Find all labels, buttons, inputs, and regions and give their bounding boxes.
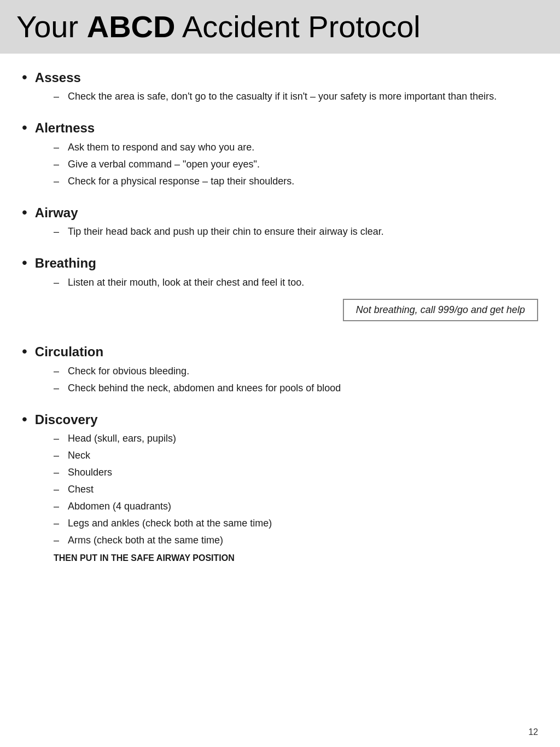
dash-icon: – [54, 533, 62, 548]
list-item: – Ask them to respond and say who you ar… [54, 140, 538, 155]
sub-text: Check behind the neck, abdomen and knees… [68, 381, 341, 396]
sub-text: Neck [68, 448, 90, 463]
section-label-alertness: Alertness [35, 119, 95, 136]
section-label-discovery: Discovery [35, 411, 98, 428]
sub-items-breathing: – Listen at their mouth, look at their c… [54, 275, 538, 290]
sub-text: Listen at their mouth, look at their che… [68, 275, 304, 290]
main-bullet-breathing: • Breathing [22, 254, 538, 272]
list-item: – Neck [54, 448, 538, 463]
bullet-dot: • [22, 253, 27, 272]
section-breathing: • Breathing – Listen at their mouth, loo… [22, 254, 538, 326]
list-item: – Tip their head back and push up their … [54, 224, 538, 239]
dash-icon: – [54, 516, 62, 531]
bullet-dot: • [22, 68, 27, 86]
sub-text: Legs and ankles (check both at the same … [68, 516, 272, 531]
dash-icon: – [54, 224, 62, 239]
main-bullet-circulation: • Circulation [22, 343, 538, 361]
sub-text: Check for a physical response – tap thei… [68, 174, 294, 189]
sub-text: Abdomen (4 quadrants) [68, 499, 171, 514]
bullet-dot: • [22, 410, 27, 428]
list-item: – Chest [54, 482, 538, 497]
list-item: – Check for a physical response – tap th… [54, 174, 538, 189]
section-alertness: • Alertness – Ask them to respond and sa… [22, 119, 538, 189]
sub-text: Chest [68, 482, 94, 497]
callout-box: Not breathing, call 999/go and get help [343, 299, 538, 321]
sub-text: Tip their head back and push up their ch… [68, 224, 384, 239]
section-label-airway: Airway [35, 204, 78, 221]
sub-text: Give a verbal command – "open your eyes"… [68, 157, 260, 172]
dash-icon: – [54, 431, 62, 446]
list-item: – Arms (check both at the same time) [54, 533, 538, 548]
dash-icon: – [54, 465, 62, 480]
footer-note: THEN PUT IN THE SAFE AIRWAY POSITION [54, 553, 538, 563]
callout-text: Not breathing, call 999/go and get help [356, 304, 525, 315]
dash-icon: – [54, 174, 62, 189]
dash-icon: – [54, 157, 62, 172]
list-item: – Shoulders [54, 465, 538, 480]
title-normal: Your [16, 9, 87, 44]
list-item: – Check the area is safe, don't go to th… [54, 89, 538, 104]
sub-items-alertness: – Ask them to respond and say who you ar… [54, 140, 538, 189]
list-item: – Check for obvious bleeding. [54, 364, 538, 379]
section-circulation: • Circulation – Check for obvious bleedi… [22, 343, 538, 396]
sub-items-assess: – Check the area is safe, don't go to th… [54, 89, 538, 104]
sub-text: Arms (check both at the same time) [68, 533, 223, 548]
section-label-assess: Assess [35, 69, 81, 86]
main-bullet-assess: • Assess [22, 69, 538, 86]
sub-text: Shoulders [68, 465, 112, 480]
dash-icon: – [54, 364, 62, 379]
section-label-circulation: Circulation [35, 343, 103, 360]
sub-items-discovery: – Head (skull, ears, pupils) – Neck – Sh… [54, 431, 538, 563]
main-bullet-airway: • Airway [22, 204, 538, 222]
dash-icon: – [54, 499, 62, 514]
title-suffix: Accident Protocol [175, 9, 420, 44]
section-label-breathing: Breathing [35, 254, 96, 271]
page-number: 12 [528, 727, 538, 737]
section-assess: • Assess – Check the area is safe, don't… [22, 69, 538, 105]
page-title: Your ABCD Accident Protocol [16, 10, 544, 44]
dash-icon: – [54, 381, 62, 396]
dash-icon: – [54, 140, 62, 155]
list-item: – Give a verbal command – "open your eye… [54, 157, 538, 172]
list-item: – Check behind the neck, abdomen and kne… [54, 381, 538, 396]
sub-text: Ask them to respond and say who you are. [68, 140, 254, 155]
list-item: – Head (skull, ears, pupils) [54, 431, 538, 446]
dash-icon: – [54, 89, 62, 104]
sub-items-airway: – Tip their head back and push up their … [54, 224, 538, 239]
dash-icon: – [54, 482, 62, 497]
bullet-dot: • [22, 342, 27, 361]
list-item: – Listen at their mouth, look at their c… [54, 275, 538, 290]
page-header: Your ABCD Accident Protocol [0, 0, 560, 54]
sub-text: Head (skull, ears, pupils) [68, 431, 176, 446]
title-bold: ABCD [87, 9, 176, 44]
bullet-dot: • [22, 203, 27, 222]
main-content: • Assess – Check the area is safe, don't… [0, 69, 560, 598]
sub-text: Check for obvious bleeding. [68, 364, 189, 379]
list-item: – Legs and ankles (check both at the sam… [54, 516, 538, 531]
sub-text: Check the area is safe, don't go to the … [68, 89, 497, 104]
section-airway: • Airway – Tip their head back and push … [22, 204, 538, 240]
sub-items-circulation: – Check for obvious bleeding. – Check be… [54, 364, 538, 396]
list-item: – Abdomen (4 quadrants) [54, 499, 538, 514]
bullet-dot: • [22, 118, 27, 137]
dash-icon: – [54, 448, 62, 463]
section-discovery: • Discovery – Head (skull, ears, pupils)… [22, 411, 538, 564]
main-bullet-alertness: • Alertness [22, 119, 538, 137]
main-bullet-discovery: • Discovery [22, 411, 538, 428]
dash-icon: – [54, 275, 62, 290]
